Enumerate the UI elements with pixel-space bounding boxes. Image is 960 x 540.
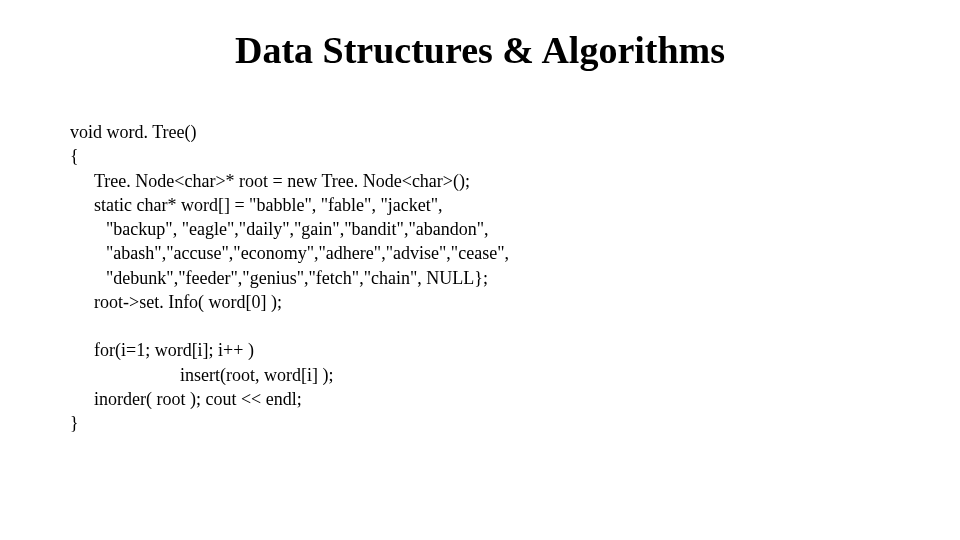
code-line: "backup", "eagle","daily","gain","bandit… xyxy=(106,217,890,241)
code-block: void word. Tree() { Tree. Node<char>* ro… xyxy=(70,120,890,436)
code-line: static char* word[] = "babble", "fable",… xyxy=(94,193,890,217)
slide-title: Data Structures & Algorithms xyxy=(70,28,890,72)
code-line: insert(root, word[i] ); xyxy=(180,363,890,387)
code-line: inorder( root ); cout << endl; xyxy=(94,387,890,411)
code-line: "debunk","feeder","genius","fetch","chai… xyxy=(106,266,890,290)
code-line: for(i=1; word[i]; i++ ) xyxy=(94,338,890,362)
code-line: } xyxy=(70,411,890,435)
code-line: { xyxy=(70,144,890,168)
code-line: void word. Tree() xyxy=(70,120,890,144)
code-line: "abash","accuse","economy","adhere","adv… xyxy=(106,241,890,265)
code-line: Tree. Node<char>* root = new Tree. Node<… xyxy=(94,169,890,193)
code-line: root->set. Info( word[0] ); xyxy=(94,290,890,314)
slide: Data Structures & Algorithms void word. … xyxy=(0,0,960,540)
blank-line xyxy=(70,314,890,338)
